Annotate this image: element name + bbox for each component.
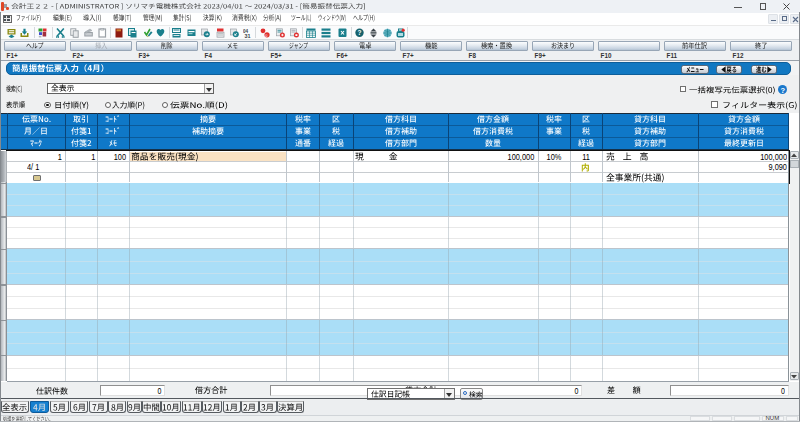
svg-text:?: ? bbox=[358, 29, 362, 36]
svg-text:31: 31 bbox=[245, 32, 251, 38]
